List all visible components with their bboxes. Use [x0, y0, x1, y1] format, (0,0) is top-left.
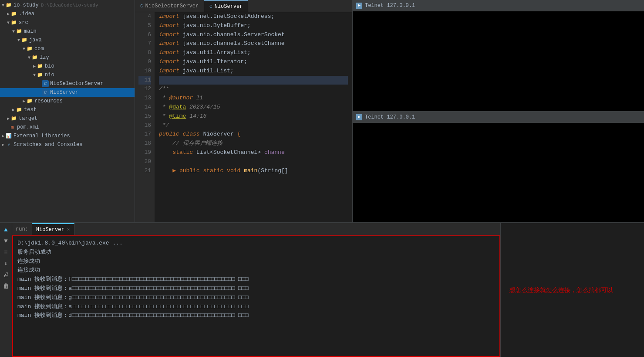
sidebar-label: NioSelectorServer: [50, 81, 103, 87]
run-up-btn[interactable]: ▲: [1, 225, 11, 235]
console-panel: run: NioServer × D:\jdk1.8.0_40\bin\java…: [12, 223, 500, 357]
folder-icon: 📁: [31, 54, 38, 61]
sidebar-item-io-study[interactable]: ▼ 📁 io-study D:\IdeaCode\io-study: [0, 1, 135, 10]
chevron-icon: ▶: [2, 133, 4, 139]
sidebar-item-nioselectorserver[interactable]: C NioSelectorServer: [0, 79, 135, 88]
console-line-1: 服务启动成功: [17, 248, 495, 257]
folder-icon: 📁: [10, 10, 17, 17]
telnet-window-1: ▶ Telnet 127.0.0.1: [353, 0, 644, 112]
main-area: ▼ 📁 io-study D:\IdeaCode\io-study ▶ 📁 .i…: [0, 0, 644, 222]
sidebar-item-src[interactable]: ▼ 📁 src: [0, 18, 135, 27]
console-body: D:\jdk1.8.0_40\bin\java.exe ... 服务启动成功 连…: [12, 235, 500, 357]
java-icon: C: [209, 4, 212, 9]
telnet-body-2[interactable]: [353, 123, 644, 223]
sidebar-path: D:\IdeaCode\io-study: [41, 3, 98, 8]
sidebar-label: External Libraries: [13, 133, 70, 139]
editor-tabs: C NioSelectorServer C NioServer: [135, 0, 352, 12]
telnet-titlebar-2: ▶ Telnet 127.0.0.1: [353, 112, 644, 123]
print-btn[interactable]: 🖨: [1, 270, 11, 280]
sidebar-label: src: [19, 20, 28, 26]
trash-btn[interactable]: 🗑: [1, 282, 11, 291]
sidebar-label: .idea: [19, 11, 34, 17]
telnet-titlebar-1: ▶ Telnet 127.0.0.1: [353, 0, 644, 11]
sidebar-item-bio[interactable]: ▶ 📁 bio: [0, 62, 135, 71]
code-lines[interactable]: import java.net.InetSocketAddress; impor…: [155, 12, 352, 222]
chevron-icon: ▶: [12, 107, 15, 112]
sidebar-item-main[interactable]: ▼ 📁 main: [0, 27, 135, 36]
chevron-icon: ▶: [2, 142, 4, 147]
editor-content: 4 5 6 7 8 9 10 11 12 13 14 15 16 17 18 1…: [135, 12, 352, 222]
close-icon[interactable]: ×: [67, 227, 70, 232]
sidebar-item-idea[interactable]: ▶ 📁 .idea: [0, 10, 135, 18]
sidebar-item-nio[interactable]: ▼ 📁 nio: [0, 71, 135, 79]
telnet-panels: ▶ Telnet 127.0.0.1 ▶ Telnet 127.0.0.1: [352, 0, 644, 222]
chevron-icon: ▼: [12, 29, 15, 34]
console-tab-label: NioServer: [36, 227, 64, 233]
telnet-body-1[interactable]: [353, 11, 644, 111]
console-line-6: main 接收到消息：g□□□□□□□□□□□□□□□□□□□□□□□□□□□□…: [17, 293, 495, 303]
chevron-icon: ▼: [7, 20, 10, 25]
sidebar-item-com[interactable]: ▼ 📁 com: [0, 44, 135, 53]
sidebar-label: test: [24, 107, 37, 113]
chevron-icon: ▼: [17, 38, 20, 43]
sidebar-label: com: [34, 46, 44, 52]
folder-blue-icon: 📁: [21, 37, 28, 44]
chevron-icon: ▶: [33, 64, 36, 69]
telnet-title-1: Telnet 127.0.0.1: [365, 3, 415, 9]
console-tabs: run: NioServer ×: [12, 223, 500, 235]
sidebar-label: java: [29, 37, 42, 43]
run-label: run:: [12, 226, 32, 232]
chevron-icon: ▼: [33, 73, 36, 78]
tab-nioserver-console[interactable]: NioServer ×: [32, 223, 74, 235]
chevron-icon: ▼: [28, 55, 30, 60]
annotation-text: 想怎么连接就怎么连接，怎么搞都可以: [509, 286, 613, 294]
sidebar-item-pom[interactable]: m pom.xml: [0, 123, 135, 132]
telnet-title-2: Telnet 127.0.0.1: [365, 114, 415, 120]
sidebar: ▼ 📁 io-study D:\IdeaCode\io-study ▶ 📁 .i…: [0, 0, 135, 222]
chevron-icon: ▼: [2, 3, 4, 8]
sidebar-item-scratches[interactable]: ▶ ⚡ Scratches and Consoles: [0, 140, 135, 149]
line-numbers: 4 5 6 7 8 9 10 11 12 13 14 15 16 17 18 1…: [135, 12, 155, 222]
console-line-path: D:\jdk1.8.0_40\bin\java.exe ...: [17, 239, 495, 248]
folder-icon: 📁: [37, 71, 44, 78]
sidebar-item-lzy[interactable]: ▼ 📁 lzy: [0, 53, 135, 62]
annotation-panel: 想怎么连接就怎么连接，怎么搞都可以: [500, 223, 644, 357]
editor-area: C NioSelectorServer C NioServer 4 5 6 7 …: [135, 0, 352, 222]
sidebar-item-nioserver[interactable]: C NioServer: [0, 88, 135, 97]
sidebar-item-external-libraries[interactable]: ▶ 📊 External Libraries: [0, 132, 135, 140]
console-line-3: 连接成功: [17, 266, 495, 275]
sidebar-item-java[interactable]: ▼ 📁 java: [0, 36, 135, 44]
sidebar-label: Scratches and Consoles: [13, 142, 82, 148]
align-btn[interactable]: ≡: [1, 248, 11, 257]
sidebar-label: lzy: [40, 54, 49, 61]
tab-label: NioSelectorServer: [145, 3, 199, 9]
console-line-8: main 接收到消息：d□□□□□□□□□□□□□□□□□□□□□□□□□□□□…: [17, 311, 495, 320]
chevron-icon: ▼: [23, 47, 25, 51]
folder-icon: 📁: [16, 106, 23, 113]
tab-nioselectorserver[interactable]: C NioSelectorServer: [135, 0, 204, 12]
console-line-5: main 接收到消息：a□□□□□□□□□□□□□□□□□□□□□□□□□□□□…: [17, 284, 495, 293]
folder-icon: 📁: [16, 28, 23, 35]
folder-icon: 📁: [26, 98, 33, 105]
sidebar-label: io-study: [13, 2, 39, 8]
java-icon: C: [140, 3, 143, 9]
sidebar-item-target[interactable]: ▶ 📁 target: [0, 114, 135, 123]
align2-btn[interactable]: ⬇: [1, 259, 11, 269]
scratch-icon: ⚡: [5, 141, 12, 148]
folder-icon: 📁: [37, 63, 44, 70]
telnet-window-2: ▶ Telnet 127.0.0.1: [353, 112, 644, 223]
sidebar-label: resources: [34, 98, 63, 104]
sidebar-item-resources[interactable]: ▶ 📁 resources: [0, 97, 135, 105]
telnet-icon: ▶: [356, 114, 362, 120]
sidebar-label: main: [24, 28, 37, 34]
console-line-2: 连接成功: [17, 257, 495, 266]
xml-icon: m: [9, 124, 16, 131]
tab-nioserver[interactable]: C NioServer: [204, 0, 248, 12]
folder-icon: 📁: [26, 45, 33, 52]
telnet-icon: ▶: [356, 3, 362, 9]
folder-icon: 📁: [10, 115, 17, 122]
run-down-btn[interactable]: ▼: [1, 236, 11, 246]
sidebar-item-test[interactable]: ▶ 📁 test: [0, 105, 135, 114]
bottom-toolbar: ▲ ▼ ≡ ⬇ 🖨 🗑: [0, 223, 12, 357]
chevron-icon: ▶: [7, 11, 10, 17]
